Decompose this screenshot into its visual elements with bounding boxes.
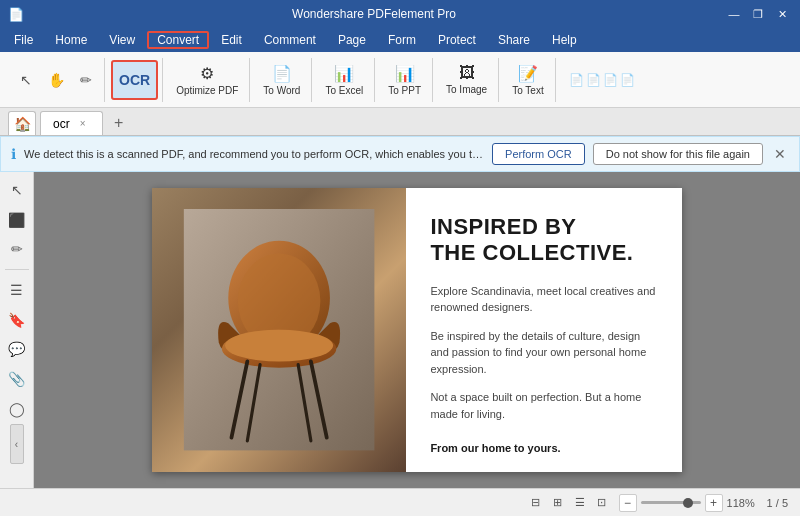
pdf-para-3: Not a space built on perfection. But a h… bbox=[430, 389, 658, 422]
to-word-group: 📄 To Word bbox=[252, 58, 312, 102]
more-convert-button[interactable]: 📄 📄 📄 📄 bbox=[562, 60, 642, 100]
select-tool-button[interactable]: ↖ bbox=[12, 66, 40, 94]
menu-bar: File Home View Convert Edit Comment Page… bbox=[0, 28, 800, 52]
menu-page[interactable]: Page bbox=[328, 31, 376, 49]
sidebar-attachment-icon[interactable]: 📎 bbox=[3, 365, 31, 393]
edit-tool-button[interactable]: ✏ bbox=[72, 66, 100, 94]
to-excel-label: To Excel bbox=[325, 85, 363, 96]
ocr-group: OCR bbox=[107, 58, 163, 102]
notification-bar: ℹ We detect this is a scanned PDF, and r… bbox=[0, 136, 800, 172]
perform-ocr-button[interactable]: Perform OCR bbox=[492, 143, 585, 165]
tab-bar: 🏠 ocr × + bbox=[0, 108, 800, 136]
to-ppt-label: To PPT bbox=[388, 85, 421, 96]
zoom-slider[interactable] bbox=[641, 501, 701, 504]
minimize-button[interactable]: — bbox=[724, 6, 744, 22]
hand-tool-button[interactable]: ✋ bbox=[42, 66, 70, 94]
to-ppt-button[interactable]: 📊 To PPT bbox=[381, 60, 428, 100]
chair-image bbox=[152, 188, 406, 472]
bottom-bar: ⊟ ⊞ ☰ ⊡ − + 118% 1 / 5 bbox=[0, 488, 800, 516]
menu-file[interactable]: File bbox=[4, 31, 43, 49]
menu-help[interactable]: Help bbox=[542, 31, 587, 49]
pdf-para-4: From our home to yours. bbox=[430, 442, 658, 454]
to-image-group: 🖼 To Image bbox=[435, 58, 499, 102]
to-word-label: To Word bbox=[263, 85, 300, 96]
sidebar-select-icon[interactable]: ↖ bbox=[3, 176, 31, 204]
title-bar: 📄 Wondershare PDFelement Pro — ❐ ✕ bbox=[0, 0, 800, 28]
zoom-in-button[interactable]: + bbox=[705, 494, 723, 512]
to-text-button[interactable]: 📝 To Text bbox=[505, 60, 551, 100]
left-sidebar: ↖ ⬛ ✏ ☰ 🔖 💬 📎 ◯ ‹ bbox=[0, 172, 34, 488]
dismiss-notification-button[interactable]: Do not show for this file again bbox=[593, 143, 763, 165]
main-area: ↖ ⬛ ✏ ☰ 🔖 💬 📎 ◯ ‹ bbox=[0, 172, 800, 488]
to-ppt-icon: 📊 bbox=[395, 64, 415, 83]
pdf-page: INSPIRED BY THE COLLECTIVE. Explore Scan… bbox=[152, 188, 682, 472]
more-icons: 📄 📄 📄 📄 bbox=[569, 73, 635, 87]
tab-label: ocr bbox=[53, 117, 70, 131]
sidebar-comment-icon[interactable]: 💬 bbox=[3, 335, 31, 363]
ocr-button[interactable]: OCR bbox=[111, 60, 158, 100]
menu-form[interactable]: Form bbox=[378, 31, 426, 49]
content-area[interactable]: INSPIRED BY THE COLLECTIVE. Explore Scan… bbox=[34, 172, 800, 488]
close-button[interactable]: ✕ bbox=[772, 6, 792, 22]
add-tab-button[interactable]: + bbox=[107, 111, 131, 135]
menu-convert[interactable]: Convert bbox=[147, 31, 209, 49]
single-page-button[interactable]: ⊟ bbox=[527, 494, 545, 512]
more-convert-group: 📄 📄 📄 📄 bbox=[558, 58, 646, 102]
optimize-button[interactable]: ⚙ Optimize PDF bbox=[169, 60, 245, 100]
tool-group-basic: ↖ ✋ ✏ bbox=[8, 58, 105, 102]
home-icon: 🏠 bbox=[14, 116, 31, 132]
scroll-button[interactable]: ☰ bbox=[571, 494, 589, 512]
page-info: 1 / 5 bbox=[767, 497, 788, 509]
menu-protect[interactable]: Protect bbox=[428, 31, 486, 49]
optimize-icon: ⚙ bbox=[200, 64, 214, 83]
notification-text: We detect this is a scanned PDF, and rec… bbox=[24, 148, 484, 160]
menu-view[interactable]: View bbox=[99, 31, 145, 49]
sidebar-divider bbox=[5, 269, 29, 270]
zoom-controls: − + 118% bbox=[619, 494, 759, 512]
chair-svg bbox=[171, 209, 387, 450]
pdf-para-2: Be inspired by the details of culture, d… bbox=[430, 328, 658, 378]
sidebar-nav-icon[interactable]: ☰ bbox=[3, 276, 31, 304]
two-page-button[interactable]: ⊞ bbox=[549, 494, 567, 512]
zoom-handle bbox=[683, 498, 693, 508]
zoom-out-button[interactable]: − bbox=[619, 494, 637, 512]
to-excel-button[interactable]: 📊 To Excel bbox=[318, 60, 370, 100]
window-controls: — ❐ ✕ bbox=[724, 6, 792, 22]
menu-comment[interactable]: Comment bbox=[254, 31, 326, 49]
to-image-button[interactable]: 🖼 To Image bbox=[439, 60, 494, 100]
to-text-group: 📝 To Text bbox=[501, 58, 556, 102]
app-icon: 📄 bbox=[8, 7, 24, 22]
sidebar-search-icon[interactable]: ◯ bbox=[3, 395, 31, 423]
menu-home[interactable]: Home bbox=[45, 31, 97, 49]
sidebar-thumbnail-icon[interactable]: ⬛ bbox=[3, 206, 31, 234]
pdf-heading: INSPIRED BY THE COLLECTIVE. bbox=[430, 214, 658, 267]
sidebar-collapse-button[interactable]: ‹ bbox=[10, 424, 24, 464]
info-icon: ℹ bbox=[11, 146, 16, 162]
to-excel-group: 📊 To Excel bbox=[314, 58, 375, 102]
optimize-group: ⚙ Optimize PDF bbox=[165, 58, 250, 102]
ocr-icon: OCR bbox=[119, 73, 150, 87]
restore-button[interactable]: ❐ bbox=[748, 6, 768, 22]
toolbar: ↖ ✋ ✏ OCR ⚙ Optimize PDF 📄 To Word 📊 To … bbox=[0, 52, 800, 108]
zoom-level: 118% bbox=[727, 497, 759, 509]
app-title: Wondershare PDFelement Pro bbox=[24, 7, 724, 21]
menu-edit[interactable]: Edit bbox=[211, 31, 252, 49]
bottom-right: ⊟ ⊞ ☰ ⊡ − + 118% 1 / 5 bbox=[527, 494, 788, 512]
pdf-text-panel: INSPIRED BY THE COLLECTIVE. Explore Scan… bbox=[406, 188, 682, 472]
to-image-label: To Image bbox=[446, 84, 487, 95]
to-text-icon: 📝 bbox=[518, 64, 538, 83]
view-mode-buttons: ⊟ ⊞ ☰ ⊡ bbox=[527, 494, 611, 512]
pdf-para-1: Explore Scandinavia, meet local creative… bbox=[430, 283, 658, 316]
to-word-icon: 📄 bbox=[272, 64, 292, 83]
menu-share[interactable]: Share bbox=[488, 31, 540, 49]
close-notification-button[interactable]: ✕ bbox=[771, 145, 789, 163]
home-tab-button[interactable]: 🏠 bbox=[8, 111, 36, 135]
fit-button[interactable]: ⊡ bbox=[593, 494, 611, 512]
sidebar-bookmark-icon[interactable]: 🔖 bbox=[3, 306, 31, 334]
ocr-tab[interactable]: ocr × bbox=[40, 111, 103, 135]
to-word-button[interactable]: 📄 To Word bbox=[256, 60, 307, 100]
optimize-label: Optimize PDF bbox=[176, 85, 238, 96]
tab-close-button[interactable]: × bbox=[76, 117, 90, 131]
sidebar-edit-icon[interactable]: ✏ bbox=[3, 235, 31, 263]
to-excel-icon: 📊 bbox=[334, 64, 354, 83]
